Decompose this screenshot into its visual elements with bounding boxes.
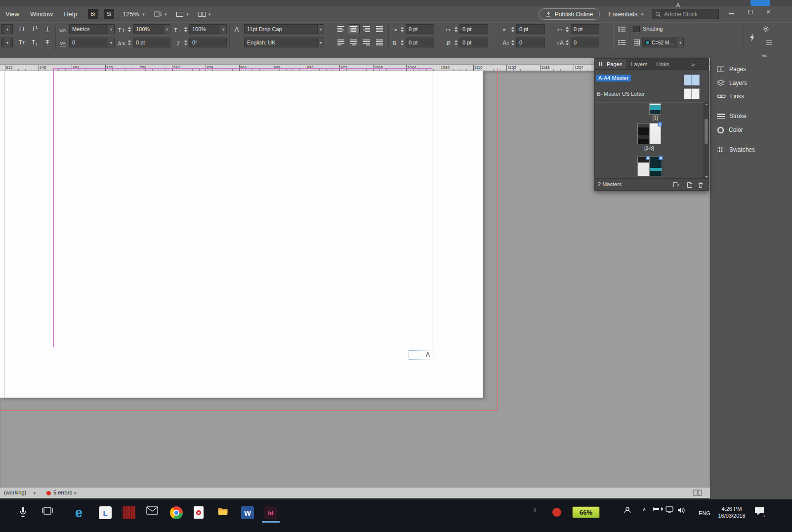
- menu-help[interactable]: Help: [58, 10, 83, 18]
- action-center-icon[interactable]: 3: [754, 506, 765, 518]
- drop-cap-characters-field[interactable]: 0: [571, 38, 599, 47]
- right-indent-stepper[interactable]: [510, 24, 515, 34]
- master-usletter-thumbnail[interactable]: [684, 88, 700, 99]
- paragraph-style-dropdown[interactable]: 11pt Drop Cap▾: [244, 24, 324, 34]
- page-5-thumbnail[interactable]: B: [649, 157, 662, 176]
- drop-cap-lines-stepper[interactable]: [510, 38, 515, 47]
- pages-scrollbar[interactable]: [704, 102, 709, 178]
- last-line-indent-field[interactable]: 0 pt: [571, 24, 599, 34]
- dock-item-color[interactable]: Color: [717, 125, 743, 135]
- justify-last-center-button[interactable]: [348, 38, 360, 47]
- space-before-stepper[interactable]: [399, 38, 405, 47]
- pages-2-3-label[interactable]: [2-3]: [637, 145, 661, 151]
- error-count-label[interactable]: 5 errors: [53, 490, 72, 495]
- align-right-button[interactable]: [361, 24, 373, 34]
- page-1-thumbnail[interactable]: [649, 103, 661, 115]
- justify-last-right-button[interactable]: [361, 38, 373, 47]
- file-explorer-icon[interactable]: [217, 506, 228, 516]
- task-view-icon[interactable]: [42, 506, 53, 515]
- screen-mode-dropdown[interactable]: ▾: [176, 11, 189, 17]
- left-indent-stepper[interactable]: [399, 24, 405, 34]
- horizontal-scale-stepper[interactable]: [183, 24, 188, 34]
- dock-item-pages[interactable]: Pages: [717, 64, 746, 74]
- bridge-button[interactable]: Br: [88, 9, 98, 19]
- close-button[interactable]: ×: [763, 7, 773, 16]
- error-count-dropdown[interactable]: ▾: [74, 491, 76, 495]
- last-line-indent-stepper[interactable]: [564, 24, 570, 34]
- drop-cap-characters-stepper[interactable]: [564, 38, 570, 47]
- justify-last-left-button[interactable]: [335, 38, 347, 47]
- page-1-label[interactable]: [1]: [643, 115, 667, 121]
- underline-button[interactable]: T: [42, 24, 53, 34]
- skew-stepper[interactable]: [183, 38, 188, 47]
- language-dropdown[interactable]: English: UK▾: [244, 38, 324, 47]
- workspace-switcher[interactable]: Essentials ▾: [608, 10, 643, 18]
- edge-icon[interactable]: e: [75, 506, 83, 520]
- small-caps-button[interactable]: TT: [16, 38, 28, 47]
- menu-view[interactable]: View: [0, 10, 25, 18]
- tab-layers[interactable]: Layers: [626, 59, 652, 69]
- speaker-icon[interactable]: [677, 506, 686, 514]
- all-caps-button[interactable]: TT: [16, 24, 28, 34]
- collapsed-style-dropdown-bottom[interactable]: ▾: [1, 38, 13, 47]
- space-after-stepper[interactable]: [453, 38, 459, 47]
- master-page[interactable]: [0, 71, 483, 398]
- tab-pages[interactable]: Pages: [595, 59, 626, 69]
- microphone-icon[interactable]: [20, 506, 26, 518]
- clock[interactable]: 4:26 PM 16/03/2018: [714, 505, 749, 519]
- superscript-button[interactable]: T1: [29, 24, 41, 34]
- view-options-dropdown[interactable]: ▾: [154, 11, 167, 18]
- space-after-field[interactable]: 0 pt: [459, 38, 488, 47]
- mail-icon[interactable]: [146, 506, 158, 515]
- tab-links[interactable]: Links: [652, 59, 673, 69]
- first-line-indent-stepper[interactable]: [453, 24, 459, 34]
- collapsed-style-dropdown-top[interactable]: ▾: [1, 24, 13, 34]
- edit-page-size-button[interactable]: [672, 181, 680, 190]
- people-icon[interactable]: [624, 506, 631, 514]
- character-color-dropdown[interactable]: C=62 M...▾: [642, 38, 684, 47]
- page-4-thumbnail[interactable]: B: [637, 157, 649, 176]
- battery-percentage-widget[interactable]: 66%: [572, 506, 600, 518]
- shading-checkbox[interactable]: [633, 26, 640, 32]
- collapse-panels-button[interactable]: ««: [762, 52, 766, 58]
- vertical-scale-field[interactable]: 100%▾: [133, 24, 170, 34]
- subscript-button[interactable]: T1: [29, 38, 41, 47]
- maximize-button[interactable]: [745, 7, 755, 16]
- tracking-field[interactable]: 0▾: [69, 38, 115, 47]
- dock-item-swatches[interactable]: Swatches: [717, 145, 755, 155]
- preflight-profile-dropdown[interactable]: ▾: [34, 491, 36, 495]
- shading-swatch-grid-icon[interactable]: [632, 38, 641, 47]
- chrome-icon[interactable]: [170, 506, 183, 519]
- baseline-shift-field[interactable]: 0 pt: [133, 38, 170, 47]
- kerning-dropdown[interactable]: Metrics▾: [69, 24, 115, 34]
- battery-icon[interactable]: [653, 506, 663, 512]
- align-center-button[interactable]: [348, 24, 360, 34]
- justify-all-button[interactable]: [374, 38, 385, 47]
- strikethrough-button[interactable]: T: [42, 38, 53, 47]
- panel-menu-icon[interactable]: [699, 62, 705, 66]
- indesign-icon[interactable]: Id: [264, 506, 277, 519]
- right-indent-field[interactable]: 0 pt: [516, 24, 545, 34]
- page-3-thumbnail[interactable]: B: [649, 123, 661, 144]
- menu-window[interactable]: Window: [25, 10, 58, 18]
- dock-item-links[interactable]: Links: [717, 91, 744, 101]
- bullet-list-button[interactable]: [616, 24, 627, 34]
- space-before-field[interactable]: 0 pt: [406, 38, 434, 47]
- publish-online-button[interactable]: Publish Online: [539, 8, 600, 20]
- page-2-thumbnail[interactable]: [637, 123, 649, 144]
- word-icon[interactable]: W: [241, 506, 254, 519]
- left-indent-field[interactable]: 0 pt: [406, 24, 434, 34]
- red-tiles-app-icon[interactable]: [123, 506, 135, 519]
- network-icon[interactable]: [665, 506, 674, 513]
- quick-apply-lightning-icon[interactable]: [746, 33, 758, 42]
- adobe-stock-search-input[interactable]: Adobe Stock: [652, 9, 719, 19]
- show-hidden-icons-chevron[interactable]: ∧: [642, 506, 646, 513]
- skew-field[interactable]: 0°: [189, 38, 227, 47]
- first-line-indent-field[interactable]: 0 pt: [459, 24, 488, 34]
- minimize-button[interactable]: [727, 7, 737, 16]
- master-a4-thumbnail[interactable]: [684, 75, 700, 85]
- baseline-shift-stepper[interactable]: [126, 38, 132, 47]
- new-page-button[interactable]: [687, 181, 693, 190]
- zoom-level-dropdown[interactable]: 125% ▾: [123, 10, 145, 18]
- input-language-indicator[interactable]: ENG: [697, 510, 712, 516]
